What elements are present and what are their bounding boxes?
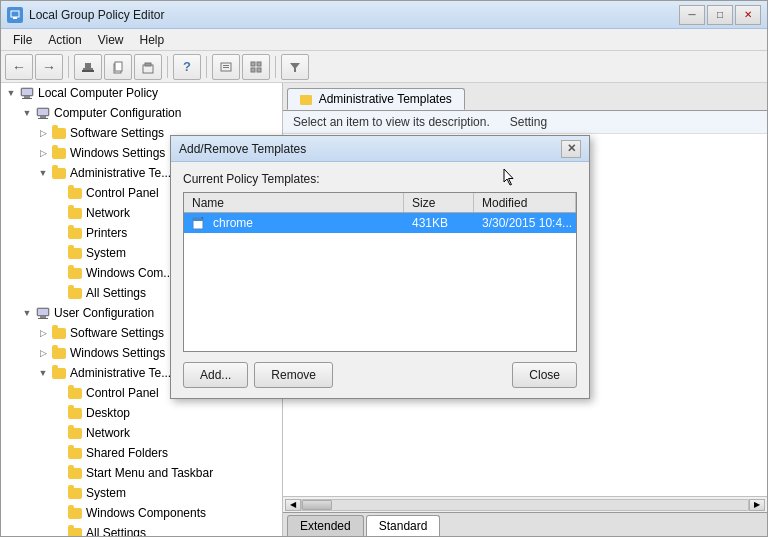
svg-rect-12 (251, 62, 255, 66)
minimize-button[interactable]: ─ (679, 5, 705, 25)
tree-item-windows-components-user[interactable]: ▷ Windows Components (1, 503, 282, 523)
tree-item-all-settings-user[interactable]: ▷ All Settings (1, 523, 282, 536)
expander[interactable]: ▼ (19, 105, 35, 121)
properties-button[interactable] (212, 54, 240, 80)
cell-size: 431KB (404, 213, 474, 233)
back-button[interactable]: ← (5, 54, 33, 80)
tree-label: All Settings (86, 526, 146, 536)
list-item[interactable]: chrome 431KB 3/30/2015 10:4... (184, 213, 576, 233)
expander[interactable]: ▷ (35, 345, 51, 361)
help-button[interactable]: ? (173, 54, 201, 80)
folder-icon (67, 485, 83, 501)
svg-rect-3 (85, 63, 91, 68)
close-button[interactable]: ✕ (735, 5, 761, 25)
tree-label: Software Settings (70, 126, 164, 140)
tree-item-system-user[interactable]: ▷ System (1, 483, 282, 503)
tree-label: Windows Settings (70, 346, 165, 360)
paste-button[interactable] (134, 54, 162, 80)
title-bar-left: Local Group Policy Editor (7, 7, 164, 23)
folder-icon (67, 285, 83, 301)
dialog-buttons: Add... Remove Close (183, 362, 577, 388)
expander[interactable]: ▷ (35, 125, 51, 141)
tree-item-shared-folders[interactable]: ▷ Shared Folders (1, 443, 282, 463)
tab-standard[interactable]: Standard (366, 515, 441, 536)
tree-label: All Settings (86, 286, 146, 300)
folder-icon (67, 505, 83, 521)
forward-button[interactable]: → (35, 54, 63, 80)
scroll-thumb[interactable] (302, 500, 332, 510)
copy-button[interactable] (104, 54, 132, 80)
tree-item-computer-config[interactable]: ▼ Computer Configuration (1, 103, 282, 123)
folder-icon (67, 225, 83, 241)
computer-icon (19, 85, 35, 101)
menu-action[interactable]: Action (40, 31, 89, 49)
toolbar-sep-3 (206, 56, 207, 78)
folder-icon (67, 185, 83, 201)
svg-marker-16 (290, 63, 300, 72)
right-header: Select an item to view its description. … (283, 111, 767, 134)
menu-help[interactable]: Help (132, 31, 173, 49)
dialog-close-x-button[interactable]: ✕ (561, 140, 581, 158)
title-bar: Local Group Policy Editor ─ □ ✕ (1, 1, 767, 29)
filter-button[interactable] (281, 54, 309, 80)
svg-rect-0 (11, 11, 19, 17)
scroll-right-button[interactable]: ▶ (749, 499, 765, 511)
svg-rect-14 (251, 68, 255, 72)
tree-item-start-menu[interactable]: ▷ Start Menu and Taskbar (1, 463, 282, 483)
tree-item-local-computer-policy[interactable]: ▼ Local Computer Policy (1, 83, 282, 103)
expander[interactable]: ▼ (19, 305, 35, 321)
folder-icon (51, 345, 67, 361)
add-button[interactable]: Add... (183, 362, 248, 388)
list-header: Name Size Modified (184, 193, 576, 213)
svg-rect-2 (83, 68, 93, 70)
svg-rect-10 (223, 65, 229, 66)
expander[interactable]: ▷ (35, 325, 51, 341)
tree-item-network-user[interactable]: ▷ Network (1, 423, 282, 443)
remove-button[interactable]: Remove (254, 362, 333, 388)
view-button[interactable] (242, 54, 270, 80)
svg-rect-26 (38, 309, 48, 315)
tab-admin-templates[interactable]: Administrative Templates (287, 88, 465, 110)
dialog-close-button[interactable]: Close (512, 362, 577, 388)
folder-icon (51, 165, 67, 181)
dialog-btn-group-left: Add... Remove (183, 362, 333, 388)
expander[interactable]: ▷ (35, 145, 51, 161)
tree-label: Network (86, 426, 130, 440)
tree-label: Windows Components (86, 506, 206, 520)
svg-rect-8 (145, 63, 151, 66)
horizontal-scrollbar[interactable]: ◀ ▶ (283, 496, 767, 512)
tree-label: Start Menu and Taskbar (86, 466, 213, 480)
maximize-button[interactable]: □ (707, 5, 733, 25)
scroll-track[interactable] (301, 499, 749, 511)
tree-label: Windows Com... (86, 266, 173, 280)
tab-extended[interactable]: Extended (287, 515, 364, 536)
up-button[interactable] (74, 54, 102, 80)
expander[interactable]: ▼ (3, 85, 19, 101)
tree-label: Computer Configuration (54, 106, 181, 120)
dialog-template-list[interactable]: Name Size Modified chr (183, 192, 577, 352)
menu-file[interactable]: File (5, 31, 40, 49)
tab-folder-icon (300, 95, 312, 105)
computer-icon (35, 105, 51, 121)
expander[interactable]: ▼ (35, 365, 51, 381)
tree-label: Local Computer Policy (38, 86, 158, 100)
add-remove-templates-dialog[interactable]: Add/Remove Templates ✕ Current Policy Te… (170, 135, 590, 399)
toolbar: ← → ? (1, 51, 767, 83)
expander[interactable]: ▼ (35, 165, 51, 181)
folder-icon (67, 205, 83, 221)
folder-icon (67, 385, 83, 401)
bottom-tabs: Extended Standard (283, 512, 767, 536)
svg-rect-24 (38, 118, 48, 119)
tree-label: Control Panel (86, 386, 159, 400)
tree-label: Network (86, 206, 130, 220)
menu-view[interactable]: View (90, 31, 132, 49)
svg-rect-15 (257, 68, 261, 72)
scroll-left-button[interactable]: ◀ (285, 499, 301, 511)
folder-icon (51, 125, 67, 141)
cell-name: chrome (184, 213, 404, 233)
header-setting: Setting (510, 115, 547, 129)
svg-rect-23 (40, 116, 46, 118)
tree-item-desktop[interactable]: ▷ Desktop (1, 403, 282, 423)
title-controls: ─ □ ✕ (679, 5, 761, 25)
tree-label: System (86, 486, 126, 500)
